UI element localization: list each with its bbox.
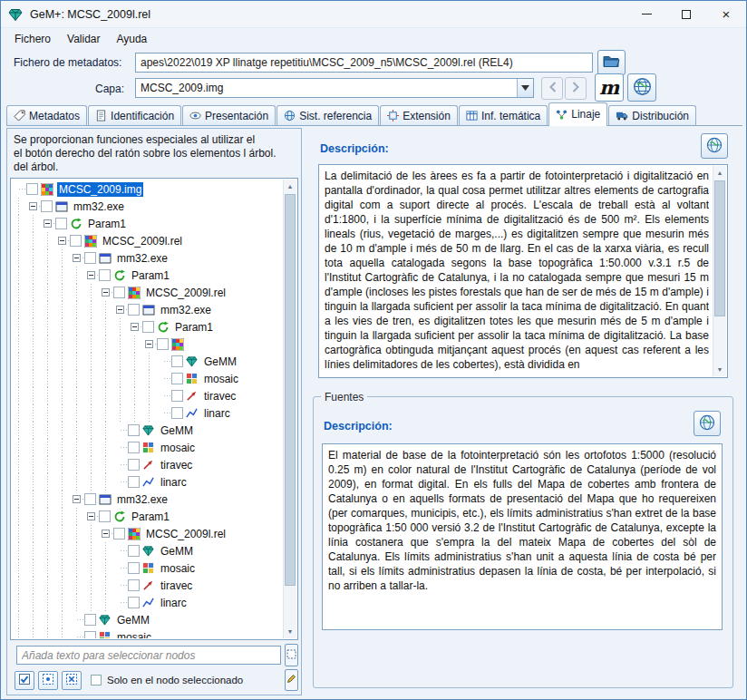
tree-node-param1[interactable]: Param1 <box>12 508 283 525</box>
description-globe-button[interactable] <box>701 133 728 159</box>
tree-node-checkbox[interactable] <box>99 269 111 281</box>
tab-presentaci-n[interactable]: Presentación <box>182 105 276 125</box>
scroll-up-icon[interactable]: ▲ <box>284 180 296 193</box>
sources-textarea[interactable]: El material de base de la fotointerpreta… <box>322 443 723 630</box>
collapse-icon[interactable] <box>131 323 139 331</box>
tree-node-param1[interactable]: Param1 <box>12 318 283 335</box>
tree-node-param1[interactable]: Param1 <box>12 215 283 232</box>
scrollbar-thumb[interactable] <box>714 180 725 316</box>
tree-node-label[interactable]: GeMM <box>115 613 151 627</box>
tab-extensi-n[interactable]: Extensión <box>380 105 458 125</box>
tree-node-mosaic[interactable]: mosaic <box>12 559 283 577</box>
tree-node-gemm[interactable]: GeMM <box>12 422 283 439</box>
tree-node-label[interactable]: GeMM <box>159 423 195 438</box>
tree-node-label[interactable]: MCSC_2009l.rel <box>144 286 228 300</box>
tree-node-mcsc-2009l-rel[interactable]: MCSC_2009l.rel <box>12 232 283 249</box>
tree-node-label[interactable]: mm32.exe <box>115 251 170 266</box>
tree-node-checkbox[interactable] <box>128 442 140 453</box>
tree-node-checkbox[interactable] <box>26 183 38 195</box>
tree-node-label[interactable]: linarc <box>159 475 189 490</box>
tree-node-checkbox[interactable] <box>171 407 183 419</box>
tree-node-tiravec[interactable]: tiravec <box>12 456 283 473</box>
tree-node-node[interactable] <box>12 335 283 353</box>
chevron-down-icon[interactable] <box>517 79 533 97</box>
collapse-icon[interactable] <box>44 219 52 228</box>
tree-node-checkbox[interactable] <box>171 355 183 367</box>
tree-node-checkbox[interactable] <box>99 510 111 522</box>
tab-distribuci-n[interactable]: Distribución <box>608 105 696 125</box>
tree-node-label[interactable]: tiravec <box>159 458 194 472</box>
tree-node-label[interactable]: tiravec <box>159 578 194 593</box>
metadata-globe-button[interactable] <box>627 73 656 102</box>
collapse-icon[interactable] <box>58 237 66 245</box>
tab-metadatos[interactable]: Metadatos <box>6 105 87 125</box>
tree-node-checkbox[interactable] <box>171 373 183 384</box>
tree-node-checkbox[interactable] <box>55 218 67 229</box>
tree-node-label[interactable]: Param1 <box>173 320 215 335</box>
tree-node-tiravec[interactable]: tiravec <box>12 387 283 404</box>
tab-sist-referencia[interactable]: Sist. referencia <box>276 105 379 125</box>
tree-node-checkbox[interactable] <box>70 235 82 247</box>
tree-node-checkbox[interactable] <box>84 493 96 505</box>
layer-combobox[interactable]: MCSC_2009.img <box>135 78 534 98</box>
tree-node-label[interactable]: mm32.exe <box>72 199 126 214</box>
tree-node-checkbox[interactable] <box>128 476 140 488</box>
collapse-icon[interactable] <box>87 512 95 520</box>
tree-node-gemm[interactable]: GeMM <box>12 611 283 628</box>
tree-node-label[interactable]: MCSC_2009.img <box>57 182 143 197</box>
tree-node-checkbox[interactable] <box>128 597 140 608</box>
tree-node-mosaic[interactable]: mosaic <box>12 439 283 456</box>
collapse-icon[interactable] <box>87 271 95 279</box>
check-all-button[interactable] <box>15 671 34 690</box>
tree-node-mm32-exe[interactable]: mm32.exe <box>12 301 283 318</box>
tree-node-label[interactable]: MCSC_2009l.rel <box>144 527 228 541</box>
tree-node-checkbox[interactable] <box>128 562 140 574</box>
collapse-icon[interactable] <box>116 306 124 314</box>
tree-node-linarc[interactable]: linarc <box>12 473 283 491</box>
tree-node-checkbox[interactable] <box>157 338 169 350</box>
tree-node-linarc[interactable]: linarc <box>12 404 283 422</box>
tree-node-checkbox[interactable] <box>84 252 96 264</box>
next-layer-button[interactable] <box>565 77 587 100</box>
tree-node-label[interactable]: tiravec <box>202 389 238 403</box>
description-scrollbar[interactable]: ▲ ▼ <box>713 166 726 376</box>
tree-node-checkbox[interactable] <box>113 528 125 540</box>
tree-node-mcsc-2009-img[interactable]: MCSC_2009.img <box>12 180 283 198</box>
tree-node-param1[interactable]: Param1 <box>12 267 283 284</box>
tree-node-label[interactable]: GeMM <box>202 355 238 369</box>
tree-node-label[interactable]: mosaic <box>159 561 197 576</box>
minimize-icon[interactable] <box>626 1 666 28</box>
tree-scrollbar[interactable]: ▲ ▼ <box>283 180 296 638</box>
tree-node-label[interactable]: Param1 <box>130 268 171 283</box>
tree-node-tiravec[interactable]: tiravec <box>12 577 283 594</box>
tree-node-checkbox[interactable] <box>142 321 154 333</box>
scroll-up-icon[interactable]: ▲ <box>713 166 726 180</box>
tab-linaje[interactable]: Linaje <box>548 102 607 125</box>
collapse-icon[interactable] <box>73 495 81 503</box>
scrollbar-thumb[interactable] <box>285 194 296 586</box>
menu-item-validar[interactable]: Validar <box>59 29 108 49</box>
collapse-icon[interactable] <box>102 530 110 538</box>
gemm-button[interactable]: m <box>595 73 624 102</box>
collapse-icon[interactable] <box>145 340 153 348</box>
node-search-input[interactable] <box>16 646 281 665</box>
tree-node-checkbox[interactable] <box>113 287 125 298</box>
metadata-file-input[interactable] <box>135 53 593 73</box>
tree-node-mosaic[interactable]: mosaic <box>12 370 283 387</box>
menu-item-ayuda[interactable]: Ayuda <box>108 29 155 49</box>
tree-node-gemm[interactable]: GeMM <box>12 542 283 559</box>
tree-node-label[interactable]: GeMM <box>159 544 195 559</box>
search-options-button[interactable] <box>285 644 298 666</box>
tree-node-mosaic[interactable]: mosaic <box>12 628 283 638</box>
tree-node-checkbox[interactable] <box>84 614 96 626</box>
tree-node-checkbox[interactable] <box>171 390 183 402</box>
tree-node-checkbox[interactable] <box>128 545 140 557</box>
maximize-icon[interactable] <box>666 1 706 28</box>
tree-node-label[interactable]: mosaic <box>159 441 197 455</box>
scroll-down-icon[interactable]: ▼ <box>713 363 726 376</box>
tree-node-mcsc-2009l-rel[interactable]: MCSC_2009l.rel <box>12 284 283 301</box>
prev-layer-button[interactable] <box>541 77 563 100</box>
tree-node-checkbox[interactable] <box>128 579 140 591</box>
tree-node-mm32-exe[interactable]: mm32.exe <box>12 249 283 267</box>
tree-node-label[interactable]: mosaic <box>202 372 240 386</box>
